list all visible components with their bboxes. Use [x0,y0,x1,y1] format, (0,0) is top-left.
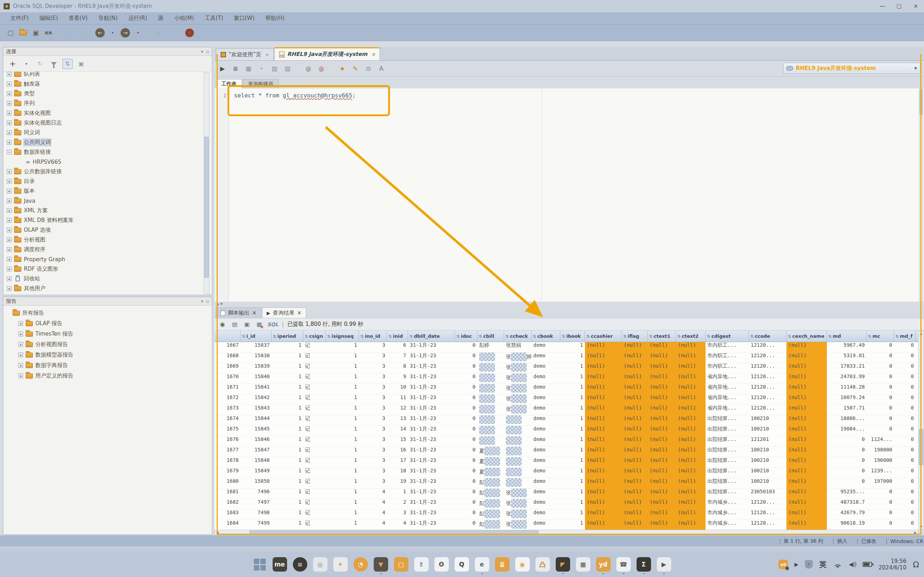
expand-icon[interactable]: + [7,72,11,76]
grid-header-md[interactable]: ⇅md [827,330,867,342]
grid-header-i_id[interactable]: ⇅i_id [241,330,271,342]
results-tab-query-result[interactable]: ▶查询结果× [262,308,307,318]
grid-header-ccode[interactable]: ⇅ccode [749,330,787,342]
expand-icon[interactable]: + [7,111,11,116]
scrollbar-thumb[interactable] [920,90,922,115]
menu-help[interactable]: 帮助(H) [260,12,290,24]
expand-icon[interactable]: + [7,267,11,271]
grid-header-idoc[interactable]: ⇅idoc [455,330,477,342]
taskbar-clock[interactable]: 19:562024/6/10 [879,558,906,571]
expand-icon[interactable]: + [7,101,11,106]
explain-plan-icon[interactable]: ▧ [269,63,279,74]
table-row[interactable]: 1670158401记13931-1月-230张demo1(null)(null… [215,374,918,384]
table-row[interactable]: 168374981记14331-1月-230彭张demo1(null)(null… [215,509,918,520]
splitter-down-icon[interactable]: ▼ [220,302,223,306]
expand-icon[interactable]: + [7,237,11,242]
collapse-icon[interactable]: − [7,150,11,155]
run-statement-icon[interactable]: ▶ [217,63,228,74]
grid-header-cbook[interactable]: ⇅cbook [531,330,561,342]
grid-header-ccashier[interactable]: ⇅ccashier [585,330,622,342]
grid-header-isignseq[interactable]: ⇅isignseq [326,330,359,342]
grid-header-md_f[interactable]: ⇅md_f [894,330,916,342]
volume-icon[interactable]: ◀)) [849,561,856,567]
close-icon[interactable]: × [297,309,302,316]
grid-header-cexch_name[interactable]: ⇅cexch_name [787,330,827,342]
table-row[interactable]: 1679158491记131831-1月-230夏demo1(null)(nul… [215,467,918,478]
owl-app-icon[interactable]: ʘ [435,557,449,572]
wifi-icon[interactable] [833,561,842,568]
grid-header-ccheck[interactable]: ⇅ccheck [504,330,531,342]
connections-item-22[interactable]: +其他用户 [3,284,212,293]
sort-icon[interactable]: ⇅ [63,59,73,69]
mirror-app-icon[interactable]: ▢ [394,557,409,572]
reports-item-5[interactable]: +数据字典报告 [3,360,212,371]
editor-tab-worksheet[interactable]: SQLRHEL9 Java开发环境-system× [275,47,380,60]
expand-icon[interactable]: + [7,82,11,86]
tangerine-app-icon[interactable]: ◔ [354,557,368,572]
close-button[interactable]: × [907,0,924,12]
grid-header-cdigest[interactable]: ⇅cdigest [706,330,749,342]
expand-icon[interactable]: + [7,130,11,135]
table-row[interactable]: 168174961记14131-1月-230彭张demo1(null)(null… [215,488,918,499]
scroll-right-icon[interactable]: ▶ [913,531,918,534]
connections-item-10[interactable]: +公共数据库链接 [3,167,212,176]
compile-icon[interactable]: ▤ [152,27,163,38]
print-icon[interactable]: ▤ [230,320,239,329]
clone-connection-icon[interactable]: ▣ [76,59,86,69]
back-icon[interactable]: ← [95,27,105,38]
scrollbar-thumb[interactable] [204,137,209,277]
sql-tuning-icon[interactable]: ▨ [283,63,292,74]
connections-item-11[interactable]: +目录 [3,176,212,186]
save-all-icon[interactable]: ▣▣ [43,27,54,38]
notification-bell-icon[interactable]: Ω [913,560,919,569]
people-app-icon[interactable]: ◉ [515,557,530,572]
scrollbar-thumb[interactable] [249,530,538,534]
grid-header-iperiod[interactable]: ⇅iperiod [271,330,303,342]
chevron-down-icon[interactable]: ▾ [201,49,203,54]
chevron-down-icon[interactable]: ▾ [201,299,203,304]
media-app-icon[interactable]: ▶ [657,557,671,572]
connections-item-16[interactable]: +OLAP 选项 [3,225,212,235]
sql-editor[interactable]: 1 select * from gl_accvouch@hrpsv665; [215,89,924,302]
sql-statement[interactable]: select * from gl_accvouch@hrpsv665; [234,92,355,99]
scroll-left-icon[interactable]: ◀ [215,531,220,534]
connections-item-12[interactable]: +版本 [3,186,212,196]
expand-icon[interactable]: + [7,179,11,184]
reports-item-1[interactable]: +OLAP 报告 [3,318,212,329]
connections-item-18[interactable]: +调度程序 [3,245,212,255]
commit-icon[interactable]: ◎ [303,63,313,74]
results-tab-script-output[interactable]: 脚本输出× [216,308,262,318]
close-icon[interactable]: × [252,309,257,316]
forward-history-dropdown-icon[interactable]: ▾ [132,27,143,38]
editor-scrollbar[interactable] [919,89,923,302]
expand-icon[interactable]: + [7,257,11,262]
editor-results-splitter[interactable]: ▲▼ [215,302,924,306]
menu-tools[interactable]: 工具(T) [199,12,229,24]
sns-app-icon[interactable]: ≣ [495,557,509,572]
connections-scrollbar[interactable] [204,72,209,295]
connections-item-20[interactable]: +RDF 语义图形 [3,264,212,274]
menu-run[interactable]: 运行(R) [123,12,152,24]
menu-navigate[interactable]: 导航(N) [93,12,123,24]
battery-icon[interactable] [863,562,872,567]
connections-item-3[interactable]: +序列 [3,98,212,108]
connections-item-1[interactable]: +触发器 [3,79,212,89]
back-history-dropdown-icon[interactable]: ▾ [107,27,118,38]
grid-header-iflag[interactable]: ⇅iflag [622,330,648,342]
me-app-icon[interactable]: me [273,557,287,572]
connections-item-8[interactable]: −数据库链接 [3,147,212,157]
connections-item-15[interactable]: +XML DB 资料档案库 [3,216,212,225]
splitter-up-icon[interactable]: ▲ [216,302,219,306]
expand-icon[interactable]: + [18,363,23,368]
connections-item-7[interactable]: +公共同义词 [3,137,212,147]
connections-item-19[interactable]: +Property Graph [3,255,212,264]
grid-header-mc[interactable]: ⇅mc [867,330,894,342]
table-row[interactable]: 1671158411记131031-1月-230张demo1(null)(nul… [215,384,918,395]
new-file-icon[interactable]: ▢ [5,27,16,38]
security-shield-icon[interactable]: ✓ [805,560,813,569]
connections-item-4[interactable]: +实体化视图 [3,108,212,118]
subtab-query-builder[interactable]: 查询构建器 [242,79,279,89]
builder-app-icon[interactable]: 凸 [535,557,550,572]
menu-file[interactable]: 文件(F) [5,12,34,24]
compile-dropdown-icon[interactable]: ▾ [165,27,176,38]
